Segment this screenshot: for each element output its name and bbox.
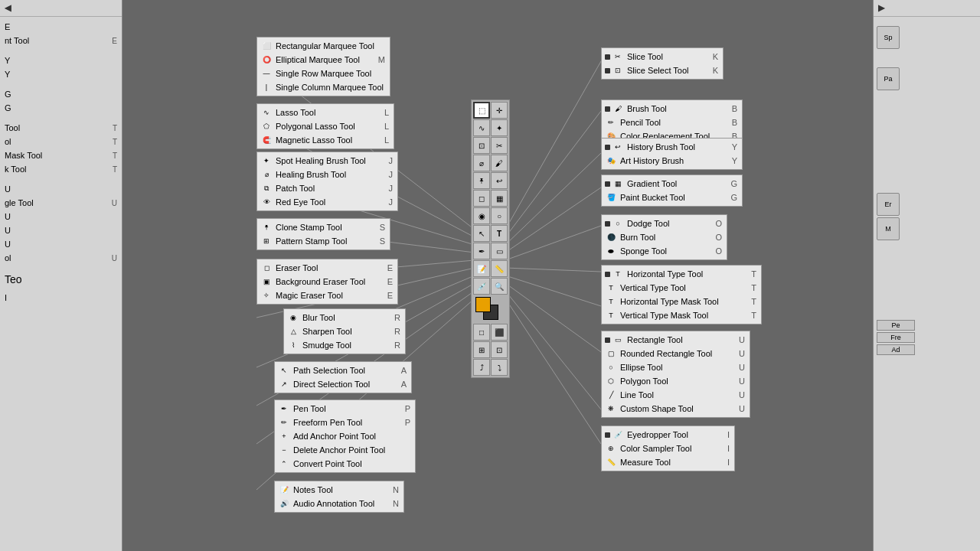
right-btn-sp[interactable]: Sp: [877, 26, 900, 49]
toolbox-extra[interactable]: ⤵: [491, 359, 508, 376]
left-item-7[interactable]: ToolT: [0, 121, 122, 135]
left-item-teo[interactable]: Teo: [0, 271, 122, 288]
toolbox-notes[interactable]: 📝: [473, 260, 490, 277]
toolbox-eraser[interactable]: ◻: [473, 190, 490, 207]
left-item-i1[interactable]: I: [0, 291, 122, 305]
left-item-2[interactable]: nt ToolE: [0, 34, 122, 47]
art-history-brush-tool[interactable]: 🎭 Art History Brush Y: [602, 154, 742, 168]
add-anchor-tool[interactable]: + Add Anchor Point Tool: [275, 429, 415, 443]
gradient-tool[interactable]: ▦ Gradient Tool G: [602, 177, 742, 191]
pen-tool[interactable]: ✒ Pen Tool P: [275, 402, 415, 416]
toolbox-crop[interactable]: ⊡: [473, 137, 490, 154]
toolbox-pen[interactable]: ✒: [473, 243, 490, 259]
left-item-1[interactable]: E: [0, 20, 122, 34]
magnetic-lasso-tool[interactable]: 🧲 Magnetic Lasso Tool L: [257, 133, 394, 147]
polygon-tool[interactable]: ⬡ Polygon Tool U: [602, 374, 750, 388]
single-row-marquee-tool[interactable]: ― Single Row Marquee Tool: [257, 67, 390, 80]
color-sampler-tool[interactable]: ⊕ Color Sampler Tool I: [602, 442, 734, 455]
toolbox-eyedropper[interactable]: 💉: [473, 278, 490, 295]
eraser-tool[interactable]: ◻ Eraser Tool E: [257, 261, 397, 275]
right-btn-ad[interactable]: Ad: [877, 344, 915, 355]
toolbox-gradient[interactable]: ▦: [491, 190, 508, 207]
left-item-6[interactable]: G: [0, 101, 122, 115]
foreground-color[interactable]: [475, 297, 491, 312]
lasso-tool[interactable]: ∿ Lasso Tool L: [257, 106, 394, 119]
eyedropper-tool[interactable]: 💉 Eyedropper Tool I: [602, 428, 734, 442]
toolbox-measure[interactable]: 📏: [491, 260, 508, 277]
toolbox-view-1[interactable]: ⊞: [473, 341, 490, 358]
measure-tool[interactable]: 📏 Measure Tool I: [602, 455, 734, 469]
audio-annotation-tool[interactable]: 🔊 Audio Annotation Tool N: [275, 497, 403, 510]
toolbox-path-sel[interactable]: ↖: [473, 225, 490, 242]
toolbox-magic-wand[interactable]: ✦: [491, 119, 508, 136]
pattern-stamp-tool[interactable]: ⊞ Pattern Stamp Tool S: [257, 234, 390, 248]
toolbox-shape[interactable]: ▭: [491, 243, 508, 259]
vertical-type-tool[interactable]: T Vertical Type Tool T: [602, 281, 761, 295]
rectangle-tool[interactable]: ▭ Rectangle Tool U: [602, 333, 750, 347]
bg-eraser-tool[interactable]: ▣ Background Eraser Tool E: [257, 275, 397, 289]
slice-tool[interactable]: ✂ Slice Tool K: [602, 50, 723, 64]
toolbox-zoom[interactable]: 🔍: [491, 278, 508, 295]
paint-bucket-tool[interactable]: 🪣 Paint Bucket Tool G: [602, 191, 742, 204]
pencil-tool[interactable]: ✏ Pencil Tool B: [602, 116, 742, 129]
toolbox-clone[interactable]: 🖈: [473, 172, 490, 189]
dodge-tool[interactable]: ○ Dodge Tool O: [602, 217, 727, 230]
healing-brush-tool[interactable]: ⌀ Healing Brush Tool J: [257, 168, 397, 181]
toolbox-quick-mask[interactable]: ⬛: [491, 324, 508, 341]
history-brush-tool[interactable]: ↩ History Brush Tool Y: [602, 140, 742, 154]
toolbox-history-brush[interactable]: ↩: [491, 172, 508, 189]
convert-point-tool[interactable]: ⌃ Convert Point Tool: [275, 457, 415, 471]
toolbox-dodge[interactable]: ○: [491, 207, 508, 224]
horizontal-type-tool[interactable]: T Horizontal Type Tool T: [602, 267, 761, 281]
magic-eraser-tool[interactable]: ✧ Magic Eraser Tool E: [257, 289, 397, 302]
right-btn-er[interactable]: Er: [877, 193, 900, 216]
brush-tool[interactable]: 🖌 Brush Tool B: [602, 102, 742, 116]
notes-tool[interactable]: 📝 Notes Tool N: [275, 483, 403, 497]
freeform-pen-tool[interactable]: ✏ Freeform Pen Tool P: [275, 416, 415, 429]
left-item-5[interactable]: G: [0, 87, 122, 101]
toolbox-jump[interactable]: ⤴: [473, 359, 490, 376]
left-item-ktool[interactable]: k ToolT: [0, 162, 122, 176]
left-item-8[interactable]: olT: [0, 135, 122, 148]
toolbox-type[interactable]: T: [491, 225, 508, 242]
vertical-type-mask-tool[interactable]: T Vertical Type Mask Tool T: [602, 308, 761, 322]
toolbox-heal[interactable]: ⌀: [473, 155, 490, 171]
toolbox-view-2[interactable]: ⊡: [491, 341, 508, 358]
left-item-3[interactable]: Y: [0, 54, 122, 67]
left-item-mask[interactable]: Mask ToolT: [0, 148, 122, 162]
toolbox-slice[interactable]: ✂: [491, 137, 508, 154]
rounded-rectangle-tool[interactable]: ▢ Rounded Rectangle Tool U: [602, 347, 750, 360]
right-btn-pe[interactable]: Pe: [877, 320, 915, 331]
polygonal-lasso-tool[interactable]: ⬠ Polygonal Lasso Tool L: [257, 119, 394, 133]
toolbox-marquee[interactable]: ⬚: [473, 102, 490, 119]
right-btn-pa[interactable]: Pa: [877, 67, 900, 90]
toolbox-move[interactable]: ✛: [491, 102, 508, 119]
ellipse-tool[interactable]: ○ Ellipse Tool U: [602, 360, 750, 374]
patch-tool[interactable]: ⧉ Patch Tool J: [257, 181, 397, 195]
toolbox-blur[interactable]: ◉: [473, 207, 490, 224]
direct-selection-tool[interactable]: ↗ Direct Selection Tool A: [275, 377, 411, 391]
sponge-tool[interactable]: ⬬ Sponge Tool O: [602, 244, 727, 258]
sharpen-tool[interactable]: △ Sharpen Tool R: [284, 324, 405, 338]
left-item-u1[interactable]: U: [0, 182, 122, 196]
burn-tool[interactable]: 🌑 Burn Tool O: [602, 230, 727, 244]
toolbox-brush[interactable]: 🖌: [491, 155, 508, 171]
toolbox-std-mode[interactable]: □: [473, 324, 490, 341]
left-item-4[interactable]: Y: [0, 67, 122, 81]
delete-anchor-tool[interactable]: − Delete Anchor Point Tool: [275, 443, 415, 457]
custom-shape-tool[interactable]: ❋ Custom Shape Tool U: [602, 402, 750, 416]
right-btn-fre[interactable]: Fre: [877, 332, 915, 343]
single-col-marquee-tool[interactable]: | Single Column Marquee Tool: [257, 80, 390, 94]
left-item-u2[interactable]: U: [0, 210, 122, 223]
smudge-tool[interactable]: ⌇ Smudge Tool R: [284, 338, 405, 352]
left-item-ol[interactable]: olU: [0, 251, 122, 265]
slice-select-tool[interactable]: ⊡ Slice Select Tool K: [602, 64, 723, 77]
right-btn-m[interactable]: M: [877, 217, 900, 240]
red-eye-tool[interactable]: 👁 Red Eye Tool J: [257, 195, 397, 209]
rectangular-marquee-tool[interactable]: ⬜ Rectangular Marquee Tool: [257, 39, 390, 53]
left-item-gletool[interactable]: gle ToolU: [0, 196, 122, 210]
line-tool[interactable]: ╱ Line Tool U: [602, 388, 750, 402]
left-item-u3[interactable]: U: [0, 223, 122, 237]
elliptical-marquee-tool[interactable]: ⭕ Elliptical Marquee Tool M: [257, 53, 390, 67]
toolbox-lasso[interactable]: ∿: [473, 119, 490, 136]
